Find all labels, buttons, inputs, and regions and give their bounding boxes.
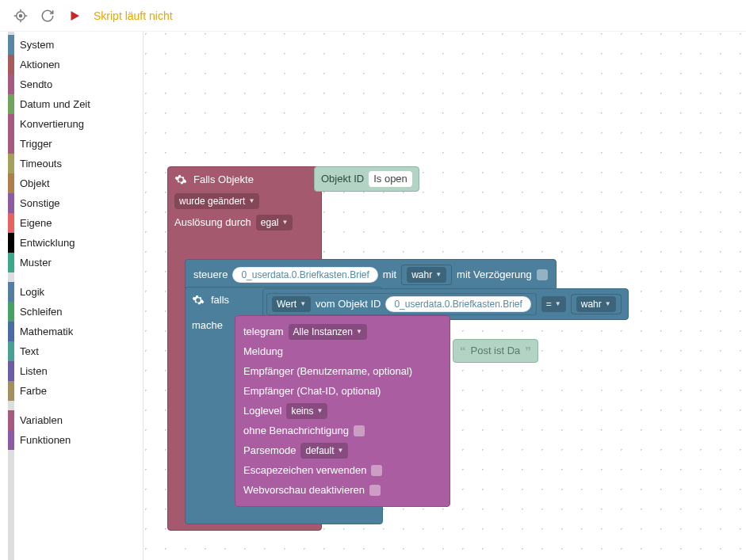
category-label: Sonstige bbox=[20, 197, 60, 209]
telegram-loglevel-dropdown[interactable]: keins ▼ bbox=[286, 403, 327, 419]
telegram-nopreview-checkbox[interactable] bbox=[369, 485, 381, 496]
toolbox-category[interactable]: Eigene bbox=[0, 213, 143, 233]
toolbox: SystemAktionenSendtoDatum und ZeitKonver… bbox=[0, 32, 143, 560]
compare-rhs-dropdown[interactable]: wahr ▼ bbox=[576, 296, 616, 312]
quote-open-icon: “ bbox=[460, 342, 466, 360]
category-label: Funktionen bbox=[20, 434, 71, 446]
toolbox-category[interactable]: System bbox=[0, 35, 143, 55]
category-label: Objekt bbox=[20, 177, 50, 189]
control-delay-label: mit Verzögerung bbox=[457, 266, 532, 284]
category-label: Listen bbox=[20, 365, 48, 377]
telegram-msg-label: Meldung bbox=[243, 343, 283, 360]
telegram-instance: Alle Instanzen bbox=[293, 323, 353, 341]
trigger-changed-dropdown[interactable]: wurde geändert ▼ bbox=[174, 193, 259, 209]
toolbox-category[interactable]: Schleifen bbox=[0, 302, 143, 322]
vom-label: vom Objekt ID bbox=[316, 295, 381, 313]
compare-rhs-chip[interactable]: wahr ▼ bbox=[571, 294, 622, 314]
locate-icon[interactable] bbox=[13, 8, 29, 24]
toolbox-category[interactable]: Mathematik bbox=[0, 322, 143, 341]
gear-icon[interactable] bbox=[192, 294, 205, 307]
compare-op: = bbox=[546, 295, 552, 313]
category-color-swatch bbox=[8, 253, 14, 272]
svg-point-1 bbox=[20, 14, 22, 17]
toolbox-category[interactable]: Variablen bbox=[0, 410, 143, 430]
category-color-swatch bbox=[8, 302, 14, 322]
refresh-icon[interactable] bbox=[40, 8, 55, 24]
control-verb: steuere bbox=[193, 266, 228, 284]
blockly-workspace[interactable]: Falls Objekte wurde geändert ▼ Auslösung… bbox=[143, 32, 746, 560]
category-label: Konvertierung bbox=[20, 118, 84, 130]
toolbox-category[interactable]: Listen bbox=[0, 361, 143, 381]
telegram-parsemode: default bbox=[305, 442, 334, 459]
category-label: Timeouts bbox=[20, 158, 62, 170]
telegram-escape-checkbox[interactable] bbox=[371, 465, 382, 476]
category-color-swatch bbox=[8, 193, 14, 213]
category-color-swatch bbox=[8, 94, 14, 114]
telegram-recipient-user-label: Empfänger (Benutzername, optional) bbox=[243, 363, 412, 380]
category-label: Text bbox=[20, 345, 39, 357]
trigger-cause-label: Auslösung durch bbox=[174, 214, 251, 231]
category-label: System bbox=[20, 39, 54, 51]
value-of-object[interactable]: Wert ▼ vom Objekt ID 0_userdata.0.Briefk… bbox=[266, 293, 537, 315]
toolbox-category[interactable]: Farbe bbox=[0, 381, 143, 401]
block-control[interactable]: steuere 0_userdata.0.Briefkasten.Brief m… bbox=[185, 259, 557, 291]
category-color-swatch bbox=[8, 282, 14, 302]
trigger-cause-dropdown[interactable]: egal ▼ bbox=[256, 215, 293, 230]
toolbox-category[interactable]: Aktionen bbox=[0, 55, 143, 74]
control-value: wahr bbox=[411, 266, 432, 284]
category-label: Variablen bbox=[20, 414, 63, 426]
control-value-dropdown[interactable]: wahr ▼ bbox=[407, 267, 446, 283]
toolbox-category[interactable]: Funktionen bbox=[0, 430, 143, 450]
compare-object-field[interactable]: 0_userdata.0.Briefkasten.Brief bbox=[385, 296, 530, 312]
category-label: Sendto bbox=[20, 78, 52, 90]
toolbox-category[interactable]: Trigger bbox=[0, 134, 143, 154]
toolbox-category[interactable]: Entwicklung bbox=[0, 233, 143, 253]
control-delay-checkbox[interactable] bbox=[537, 269, 548, 280]
category-color-swatch bbox=[8, 35, 14, 55]
if-label: falls bbox=[211, 291, 229, 309]
telegram-parsemode-label: Parsemode bbox=[243, 442, 296, 459]
category-label: Logik bbox=[20, 286, 44, 298]
category-label: Trigger bbox=[20, 138, 52, 150]
telegram-nonotify-checkbox[interactable] bbox=[354, 425, 365, 436]
category-color-swatch bbox=[8, 381, 14, 401]
category-label: Mathematik bbox=[20, 326, 73, 337]
block-telegram[interactable]: telegram Alle Instanzen ▼ Meldung Empfän… bbox=[235, 315, 450, 507]
toolbox-category[interactable]: Text bbox=[0, 341, 143, 361]
toolbox-category[interactable]: Muster bbox=[0, 253, 143, 272]
control-value-chip[interactable]: wahr ▼ bbox=[401, 265, 452, 285]
telegram-nopreview-label: Webvorschau deaktivieren bbox=[243, 482, 365, 499]
control-mit-label: mit bbox=[383, 266, 396, 284]
category-color-swatch bbox=[8, 134, 14, 154]
category-label: Schleifen bbox=[20, 306, 62, 318]
toolbar: Skript läuft nicht bbox=[0, 0, 746, 32]
toolbox-category[interactable]: Datum und Zeit bbox=[0, 94, 143, 114]
category-label: Entwicklung bbox=[20, 237, 75, 249]
play-icon[interactable] bbox=[67, 8, 82, 24]
toolbox-category[interactable]: Logik bbox=[0, 282, 143, 302]
compare-rhs: wahr bbox=[581, 295, 602, 313]
toolbox-category[interactable]: Sendto bbox=[0, 74, 143, 94]
category-color-swatch bbox=[8, 341, 14, 361]
toolbox-category[interactable]: Objekt bbox=[0, 173, 143, 193]
message-text[interactable]: Post ist Da bbox=[471, 342, 521, 360]
category-color-swatch bbox=[8, 361, 14, 381]
telegram-instance-dropdown[interactable]: Alle Instanzen ▼ bbox=[289, 324, 367, 340]
wert-dropdown[interactable]: Wert ▼ bbox=[272, 296, 311, 312]
toolbox-spacer bbox=[0, 272, 143, 282]
telegram-parsemode-dropdown[interactable]: default ▼ bbox=[300, 443, 348, 459]
toolbox-category[interactable]: Timeouts bbox=[0, 154, 143, 173]
category-color-swatch bbox=[8, 410, 14, 430]
chip-message-string[interactable]: “ Post ist Da ” bbox=[453, 339, 538, 363]
category-color-swatch bbox=[8, 233, 14, 253]
category-color-swatch bbox=[8, 213, 14, 233]
control-object-field[interactable]: 0_userdata.0.Briefkasten.Brief bbox=[232, 267, 377, 283]
trigger-cause-value: egal bbox=[261, 214, 279, 231]
objectid-value[interactable]: Is open bbox=[369, 171, 412, 187]
toolbox-category[interactable]: Konvertierung bbox=[0, 114, 143, 134]
gear-icon[interactable] bbox=[174, 173, 187, 186]
compare-op-dropdown[interactable]: = ▼ bbox=[541, 296, 566, 312]
toolbox-category[interactable]: Sonstige bbox=[0, 193, 143, 213]
svg-marker-6 bbox=[71, 11, 80, 21]
chip-object-id[interactable]: Objekt ID Is open bbox=[314, 166, 419, 192]
